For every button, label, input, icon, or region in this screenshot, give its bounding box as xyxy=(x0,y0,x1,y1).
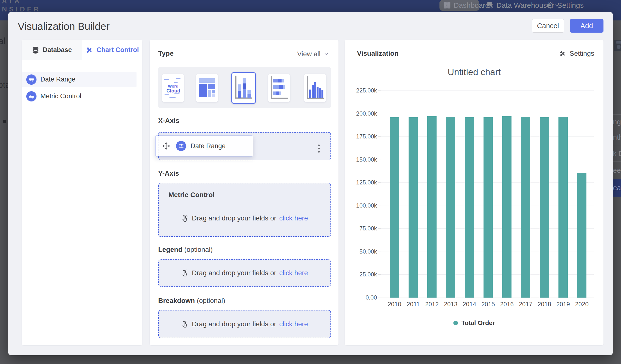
drop-hint-text: Drag and drop your fields or xyxy=(192,214,276,222)
y-axis-drop-zone[interactable]: Metric Control Drag and drop your fields… xyxy=(158,183,331,237)
visualization-panel-title: Visualization xyxy=(357,50,398,57)
y-tick-mark xyxy=(378,137,381,137)
bar-2010[interactable] xyxy=(390,117,399,297)
field-label: Date Range xyxy=(40,76,75,83)
chart-legend: Total Order xyxy=(345,319,604,327)
y-tick-label: 75.00k xyxy=(348,225,377,232)
chip-label: Date Range xyxy=(190,142,225,150)
date-range-drag-chip[interactable]: Date Range xyxy=(155,136,253,156)
x-tick-label: 2013 xyxy=(441,301,460,308)
screen: ATA NSIDER Dashboards Data Warehouse ⚙ S… xyxy=(0,0,621,364)
chart-type-horizontal-bar[interactable] xyxy=(268,74,290,102)
tab-chart-control-label: Chart Control xyxy=(97,46,139,54)
dashboard-icon xyxy=(443,2,451,9)
click-hand-icon xyxy=(181,214,189,222)
bar-2012[interactable] xyxy=(427,116,437,297)
x-tick-label: 2015 xyxy=(479,301,498,308)
builder-panel: Type View all Word Cloud xyxy=(150,40,339,345)
legend-marker xyxy=(453,321,458,325)
bar-2020[interactable] xyxy=(577,173,586,297)
legend-series-label: Total Order xyxy=(461,319,495,327)
sliders-icon xyxy=(26,74,36,85)
metric-control-box-title: Metric Control xyxy=(168,191,215,199)
sliders-icon xyxy=(26,91,36,102)
nav-item-dashboards: Dashboards xyxy=(443,0,493,11)
y-tick-mark xyxy=(378,90,381,91)
x-axis-options-menu[interactable] xyxy=(317,142,321,155)
x-tick-label: 2011 xyxy=(404,301,423,308)
nav-item-settings: ⚙ Settings xyxy=(547,0,584,11)
drop-hint: Drag and drop your fields or click here xyxy=(159,320,330,328)
y-tick-mark xyxy=(378,160,381,160)
cancel-button[interactable]: Cancel xyxy=(532,19,564,33)
field-item-metric-control[interactable]: Metric Control xyxy=(22,88,137,104)
breakdown-label: Breakdown xyxy=(158,297,195,304)
gear-icon: ⚙ xyxy=(547,1,554,10)
y-tick-mark xyxy=(378,228,381,229)
tools-icon xyxy=(86,46,93,54)
x-tick-label: 2010 xyxy=(385,301,404,308)
chevron-down-icon xyxy=(323,51,329,57)
drop-hint-text: Drag and drop your fields or xyxy=(192,320,276,328)
breakdown-section-label: Breakdown (optional) xyxy=(158,297,225,305)
y-tick-label: 225.00k xyxy=(348,87,377,94)
click-here-link[interactable]: click here xyxy=(279,269,308,277)
tab-database-label: Database xyxy=(43,46,72,54)
x-tick-label: 2019 xyxy=(553,301,572,308)
chart-type-treemap[interactable] xyxy=(196,74,218,102)
tab-database[interactable]: Database xyxy=(22,40,82,60)
y-tick-mark xyxy=(378,275,381,275)
y-tick-label: 150.00k xyxy=(348,156,377,163)
breakdown-drop-zone[interactable]: Drag and drop your fields or click here xyxy=(158,310,331,338)
chart-type-column[interactable] xyxy=(304,74,326,102)
sliders-icon xyxy=(176,141,186,151)
bar-2018[interactable] xyxy=(540,117,549,297)
y-tick-label: 0.00 xyxy=(348,294,377,301)
x-tick-label: 2017 xyxy=(516,301,535,308)
y-tick-mark xyxy=(378,182,381,183)
chart-type-stacked-column[interactable] xyxy=(231,72,256,104)
move-icon xyxy=(162,142,171,150)
chart-settings-label: Settings xyxy=(570,50,594,57)
bar-2017[interactable] xyxy=(521,117,530,297)
y-tick-mark xyxy=(378,297,381,298)
field-item-date-range[interactable]: Date Range xyxy=(22,72,137,87)
click-here-link[interactable]: click here xyxy=(279,214,308,222)
gridline xyxy=(381,90,594,91)
add-button[interactable]: Add xyxy=(570,19,604,33)
field-label: Metric Control xyxy=(40,92,81,100)
bar-2019[interactable] xyxy=(558,117,568,297)
y-tick-label: 125.00k xyxy=(348,179,377,186)
legend-drop-zone[interactable]: Drag and drop your fields or click here xyxy=(158,259,331,287)
tools-icon xyxy=(559,50,566,57)
click-here-link[interactable]: click here xyxy=(279,320,308,328)
nav-label-settings: Settings xyxy=(557,1,584,10)
word-cloud-text-2: Cloud xyxy=(166,88,180,93)
logo-line-1: ATA xyxy=(2,0,41,5)
visualization-builder-modal: Visualization Builder Cancel Add Databas… xyxy=(8,12,613,355)
y-tick-mark xyxy=(378,114,381,114)
chart-type-word-cloud[interactable]: Word Cloud xyxy=(162,74,184,102)
bar-2016[interactable] xyxy=(502,116,512,297)
tab-chart-control[interactable]: Chart Control xyxy=(82,40,142,60)
modal-title: Visualization Builder xyxy=(18,21,109,32)
control-fields-panel: Database Chart Control xyxy=(22,40,142,345)
data-warehouse-icon xyxy=(486,2,494,9)
click-hand-icon xyxy=(181,320,189,328)
chart-settings-button[interactable]: Settings xyxy=(559,50,594,57)
bar-2011[interactable] xyxy=(409,117,418,297)
y-tick-label: 50.00k xyxy=(348,248,377,255)
x-tick-label: 2016 xyxy=(497,301,516,308)
x-tick-label: 2014 xyxy=(460,301,479,308)
y-tick-mark xyxy=(378,206,381,206)
background-bullet xyxy=(3,120,6,123)
chart-type-strip: Word Cloud xyxy=(158,67,331,108)
bar-2015[interactable] xyxy=(483,117,493,297)
view-all-dropdown[interactable]: View all xyxy=(297,50,329,58)
bar-2013[interactable] xyxy=(446,117,455,297)
y-tick-label: 175.00k xyxy=(348,133,377,140)
drop-hint: Drag and drop your fields or click here xyxy=(159,214,330,222)
nav-label-data-warehouse: Data Warehouse xyxy=(496,1,551,10)
database-icon xyxy=(32,47,39,54)
bar-2014[interactable] xyxy=(465,117,474,297)
